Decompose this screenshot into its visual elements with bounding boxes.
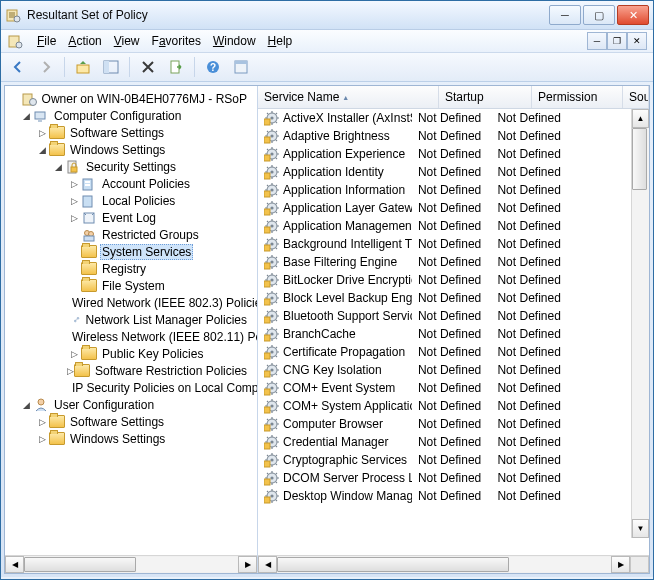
tree-security-settings[interactable]: ◢Security Settings	[5, 158, 257, 175]
service-row[interactable]: Computer BrowserNot DefinedNot Defined	[258, 415, 632, 433]
back-button[interactable]	[5, 54, 31, 80]
tree-network-list[interactable]: Network List Manager Policies	[5, 311, 257, 328]
service-row[interactable]: BitLocker Drive Encryptio...Not DefinedN…	[258, 271, 632, 289]
help-button[interactable]: ?	[200, 54, 226, 80]
service-row[interactable]: Adaptive BrightnessNot DefinedNot Define…	[258, 127, 632, 145]
service-row[interactable]: DCOM Server Process Lau...Not DefinedNot…	[258, 469, 632, 487]
close-button[interactable]: ✕	[617, 5, 649, 25]
list-hscroll-right[interactable]: ▶	[611, 556, 630, 573]
service-row[interactable]: Application Layer Gatewa...Not DefinedNo…	[258, 199, 632, 217]
delete-button[interactable]	[135, 54, 161, 80]
service-row[interactable]: Desktop Window Manage...Not DefinedNot D…	[258, 487, 632, 505]
menu-action[interactable]: Action	[68, 34, 101, 48]
up-button[interactable]	[70, 54, 96, 80]
tree-ip-security[interactable]: IP Security Policies on Local Computer	[5, 379, 257, 396]
list-vscroll-thumb[interactable]	[632, 128, 647, 190]
col-permission[interactable]: Permission	[532, 86, 623, 108]
tree-windows-settings[interactable]: ◢Windows Settings	[5, 141, 257, 158]
service-row[interactable]: Base Filtering EngineNot DefinedNot Defi…	[258, 253, 632, 271]
tree-view[interactable]: Owner on WIN-0B4EH0776MJ - RSoP ◢Compute…	[5, 90, 257, 447]
service-row[interactable]: CNG Key IsolationNot DefinedNot Defined	[258, 361, 632, 379]
list-vscroll-down[interactable]: ▼	[632, 519, 649, 538]
list-body[interactable]: ActiveX Installer (AxInstSV)Not DefinedN…	[258, 109, 649, 555]
startup-cell: Not Defined	[412, 345, 492, 359]
tree-user-config[interactable]: ◢User Configuration	[5, 396, 257, 413]
svg-point-47	[270, 188, 273, 191]
export-button[interactable]	[163, 54, 189, 80]
menu-view[interactable]: View	[114, 34, 140, 48]
svg-point-62	[270, 278, 273, 281]
startup-cell: Not Defined	[412, 435, 492, 449]
service-row[interactable]: ActiveX Installer (AxInstSV)Not DefinedN…	[258, 109, 632, 127]
startup-cell: Not Defined	[412, 273, 492, 287]
service-row[interactable]: COM+ System ApplicationNot DefinedNot De…	[258, 397, 632, 415]
tree-restricted-groups[interactable]: Restricted Groups	[5, 226, 257, 243]
col-source[interactable]: Source	[623, 86, 649, 108]
startup-cell: Not Defined	[412, 399, 492, 413]
tree-hscroll-left[interactable]: ◀	[5, 556, 24, 573]
service-row[interactable]: Application ManagementNot DefinedNot Def…	[258, 217, 632, 235]
service-row[interactable]: Cryptographic ServicesNot DefinedNot Def…	[258, 451, 632, 469]
service-row[interactable]: COM+ Event SystemNot DefinedNot Defined	[258, 379, 632, 397]
startup-cell: Not Defined	[412, 471, 492, 485]
mdi-minimize-button[interactable]: ─	[587, 32, 607, 50]
permission-cell: Not Defined	[491, 165, 569, 179]
col-startup[interactable]: Startup	[439, 86, 532, 108]
mdi-restore-button[interactable]: ❐	[607, 32, 627, 50]
service-row[interactable]: Block Level Backup Engin...Not DefinedNo…	[258, 289, 632, 307]
tree-local-policies[interactable]: ▷Local Policies	[5, 192, 257, 209]
tree-wired-network[interactable]: Wired Network (IEEE 802.3) Policies	[5, 294, 257, 311]
permission-cell: Not Defined	[491, 345, 569, 359]
menu-file[interactable]: File	[37, 34, 56, 48]
svg-rect-21	[83, 196, 92, 207]
list-hscroll-left[interactable]: ◀	[258, 556, 277, 573]
service-row[interactable]: Background Intelligent Tr...Not DefinedN…	[258, 235, 632, 253]
tree-root[interactable]: Owner on WIN-0B4EH0776MJ - RSoP	[5, 90, 257, 107]
tree-hscroll-thumb[interactable]	[24, 557, 136, 572]
svg-rect-93	[264, 461, 270, 467]
list-hscroll-thumb[interactable]	[277, 557, 509, 572]
service-row[interactable]: BranchCacheNot DefinedNot Defined	[258, 325, 632, 343]
tree-system-services[interactable]: System Services	[5, 243, 257, 260]
service-row[interactable]: Application ExperienceNot DefinedNot Def…	[258, 145, 632, 163]
tree-software-restriction[interactable]: ▷Software Restriction Policies	[5, 362, 257, 379]
tree-hscroll-right[interactable]: ▶	[238, 556, 257, 573]
service-row[interactable]: Credential ManagerNot DefinedNot Defined	[258, 433, 632, 451]
tree-wireless-network[interactable]: Wireless Network (IEEE 802.11) Policies	[5, 328, 257, 345]
tree-file-system[interactable]: File System	[5, 277, 257, 294]
list-vscroll[interactable]: ▲ ▼	[631, 109, 649, 538]
list-vscroll-up[interactable]: ▲	[632, 109, 649, 128]
startup-cell: Not Defined	[412, 147, 492, 161]
col-service-name[interactable]: Service Name	[258, 86, 439, 108]
permission-cell: Not Defined	[491, 147, 569, 161]
tree-hscroll[interactable]: ◀ ▶	[5, 555, 257, 573]
tree-user-software[interactable]: ▷Software Settings	[5, 413, 257, 430]
list-hscroll[interactable]: ◀ ▶	[258, 555, 649, 573]
tree-registry[interactable]: Registry	[5, 260, 257, 277]
forward-button[interactable]	[33, 54, 59, 80]
startup-cell: Not Defined	[412, 237, 492, 251]
menu-window[interactable]: Window	[213, 34, 256, 48]
service-row[interactable]: Application InformationNot DefinedNot De…	[258, 181, 632, 199]
properties-button[interactable]	[228, 54, 254, 80]
permission-cell: Not Defined	[491, 237, 569, 251]
tree-user-windows[interactable]: ▷Windows Settings	[5, 430, 257, 447]
tree-public-key[interactable]: ▷Public Key Policies	[5, 345, 257, 362]
minimize-button[interactable]: ─	[549, 5, 581, 25]
tree-event-log[interactable]: ▷Event Log	[5, 209, 257, 226]
service-row[interactable]: Certificate PropagationNot DefinedNot De…	[258, 343, 632, 361]
startup-cell: Not Defined	[412, 201, 492, 215]
service-row[interactable]: Application IdentityNot DefinedNot Defin…	[258, 163, 632, 181]
maximize-button[interactable]: ▢	[583, 5, 615, 25]
tree-software-settings[interactable]: ▷Software Settings	[5, 124, 257, 141]
tree-account-policies[interactable]: ▷Account Policies	[5, 175, 257, 192]
service-row[interactable]: Bluetooth Support ServiceNot DefinedNot …	[258, 307, 632, 325]
titlebar[interactable]: Resultant Set of Policy ─ ▢ ✕	[1, 1, 653, 30]
mdi-close-button[interactable]: ✕	[627, 32, 647, 50]
menu-favorites[interactable]: Favorites	[152, 34, 201, 48]
show-hide-tree-button[interactable]	[98, 54, 124, 80]
gear-icon	[264, 272, 280, 288]
menu-help[interactable]: Help	[268, 34, 293, 48]
svg-point-35	[270, 116, 273, 119]
tree-computer-config[interactable]: ◢Computer Configuration	[5, 107, 257, 124]
